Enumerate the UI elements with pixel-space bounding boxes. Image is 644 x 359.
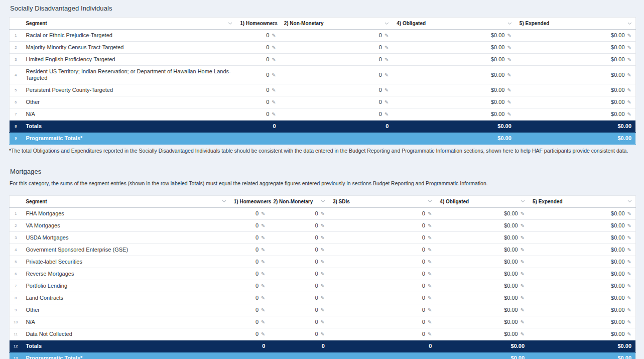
- editable-value-cell[interactable]: $0.00✎: [436, 207, 529, 219]
- editable-value-cell[interactable]: 0✎: [280, 42, 393, 54]
- edit-pencil-icon[interactable]: ✎: [261, 284, 265, 289]
- edit-pencil-icon[interactable]: ✎: [521, 211, 525, 216]
- edit-pencil-icon[interactable]: ✎: [261, 248, 265, 253]
- editable-value-cell[interactable]: $0.00✎: [529, 244, 635, 256]
- edit-pencil-icon[interactable]: ✎: [521, 260, 525, 265]
- editable-value-cell[interactable]: $0.00✎: [529, 328, 635, 340]
- edit-pencil-icon[interactable]: ✎: [627, 100, 631, 105]
- edit-pencil-icon[interactable]: ✎: [521, 223, 525, 228]
- editable-value-cell[interactable]: $0.00✎: [529, 316, 635, 328]
- edit-pencil-icon[interactable]: ✎: [627, 73, 631, 78]
- editable-value-cell[interactable]: 0✎: [230, 207, 270, 219]
- editable-value-cell[interactable]: 0✎: [329, 268, 436, 280]
- editable-value-cell[interactable]: $0.00✎: [529, 268, 635, 280]
- edit-pencil-icon[interactable]: ✎: [507, 45, 511, 50]
- edit-pencil-icon[interactable]: ✎: [384, 73, 389, 78]
- edit-pencil-icon[interactable]: ✎: [261, 235, 265, 241]
- editable-value-cell[interactable]: 0✎: [269, 292, 329, 304]
- edit-pencil-icon[interactable]: ✎: [521, 284, 525, 289]
- editable-value-cell[interactable]: 0✎: [230, 219, 270, 231]
- editable-value-cell[interactable]: 0✎: [269, 328, 329, 340]
- edit-pencil-icon[interactable]: ✎: [627, 33, 631, 38]
- edit-pencil-icon[interactable]: ✎: [384, 33, 389, 38]
- editable-value-cell[interactable]: $0.00✎: [516, 84, 636, 96]
- editable-value-cell[interactable]: $0.00✎: [393, 42, 516, 54]
- edit-pencil-icon[interactable]: ✎: [384, 45, 389, 50]
- editable-value-cell[interactable]: 0✎: [329, 304, 436, 316]
- edit-pencil-icon[interactable]: ✎: [428, 235, 432, 241]
- editable-value-cell[interactable]: $0.00✎: [436, 256, 529, 268]
- edit-pencil-icon[interactable]: ✎: [521, 235, 525, 241]
- edit-pencil-icon[interactable]: ✎: [627, 211, 631, 216]
- edit-pencil-icon[interactable]: ✎: [428, 211, 432, 216]
- column-header-segment[interactable]: Segment: [22, 195, 229, 207]
- editable-value-cell[interactable]: 0✎: [269, 256, 329, 268]
- editable-value-cell[interactable]: 0✎: [280, 54, 393, 66]
- edit-pencil-icon[interactable]: ✎: [272, 100, 276, 105]
- editable-value-cell[interactable]: 0✎: [236, 66, 280, 84]
- editable-value-cell[interactable]: $0.00✎: [393, 54, 516, 66]
- column-header-segment[interactable]: Segment: [22, 18, 236, 30]
- editable-value-cell[interactable]: $0.00✎: [436, 219, 529, 231]
- edit-pencil-icon[interactable]: ✎: [627, 235, 631, 241]
- edit-pencil-icon[interactable]: ✎: [507, 57, 511, 62]
- edit-pencil-icon[interactable]: ✎: [428, 248, 432, 253]
- editable-value-cell[interactable]: 0✎: [230, 328, 270, 340]
- editable-value-cell[interactable]: 0✎: [230, 231, 270, 244]
- edit-pencil-icon[interactable]: ✎: [627, 45, 631, 50]
- editable-value-cell[interactable]: 0✎: [269, 280, 329, 292]
- edit-pencil-icon[interactable]: ✎: [321, 260, 325, 265]
- editable-value-cell[interactable]: 0✎: [269, 219, 329, 231]
- editable-value-cell[interactable]: 0✎: [269, 316, 329, 328]
- editable-value-cell[interactable]: $0.00✎: [436, 328, 529, 340]
- column-header-5[interactable]: 5) Expended: [529, 195, 635, 207]
- edit-pencil-icon[interactable]: ✎: [627, 223, 631, 228]
- editable-value-cell[interactable]: $0.00✎: [393, 108, 516, 121]
- editable-value-cell[interactable]: 0✎: [236, 42, 280, 54]
- editable-value-cell[interactable]: 0✎: [329, 328, 436, 340]
- edit-pencil-icon[interactable]: ✎: [507, 88, 511, 93]
- edit-pencil-icon[interactable]: ✎: [627, 248, 631, 253]
- editable-value-cell[interactable]: 0✎: [269, 231, 329, 244]
- column-header-4[interactable]: 4) Obligated: [436, 195, 529, 207]
- edit-pencil-icon[interactable]: ✎: [321, 235, 325, 241]
- edit-pencil-icon[interactable]: ✎: [428, 272, 432, 277]
- edit-pencil-icon[interactable]: ✎: [521, 332, 525, 337]
- edit-pencil-icon[interactable]: ✎: [321, 211, 325, 216]
- column-header-1[interactable]: 1) Homeowners: [236, 18, 280, 30]
- edit-pencil-icon[interactable]: ✎: [428, 332, 432, 337]
- editable-value-cell[interactable]: 0✎: [236, 30, 280, 42]
- editable-value-cell[interactable]: $0.00✎: [529, 304, 635, 316]
- edit-pencil-icon[interactable]: ✎: [521, 320, 525, 325]
- edit-pencil-icon[interactable]: ✎: [428, 296, 432, 301]
- edit-pencil-icon[interactable]: ✎: [272, 45, 276, 50]
- edit-pencil-icon[interactable]: ✎: [272, 73, 276, 78]
- editable-value-cell[interactable]: $0.00✎: [436, 231, 529, 244]
- edit-pencil-icon[interactable]: ✎: [428, 320, 432, 325]
- editable-value-cell[interactable]: $0.00✎: [393, 30, 516, 42]
- edit-pencil-icon[interactable]: ✎: [272, 33, 276, 38]
- editable-value-cell[interactable]: 0✎: [280, 84, 393, 96]
- editable-value-cell[interactable]: $0.00✎: [516, 30, 636, 42]
- editable-value-cell[interactable]: 0✎: [230, 280, 270, 292]
- editable-value-cell[interactable]: $0.00✎: [516, 42, 636, 54]
- editable-value-cell[interactable]: 0✎: [269, 244, 329, 256]
- column-header-2[interactable]: 2) Non-Monetary: [269, 195, 329, 207]
- edit-pencil-icon[interactable]: ✎: [507, 112, 511, 117]
- editable-value-cell[interactable]: $0.00✎: [516, 108, 636, 121]
- editable-value-cell[interactable]: 0✎: [329, 316, 436, 328]
- editable-value-cell[interactable]: $0.00✎: [393, 96, 516, 108]
- edit-pencil-icon[interactable]: ✎: [261, 332, 265, 337]
- edit-pencil-icon[interactable]: ✎: [521, 248, 525, 253]
- editable-value-cell[interactable]: 0✎: [236, 108, 280, 121]
- edit-pencil-icon[interactable]: ✎: [627, 57, 631, 62]
- edit-pencil-icon[interactable]: ✎: [321, 284, 325, 289]
- editable-value-cell[interactable]: 0✎: [280, 66, 393, 84]
- editable-value-cell[interactable]: 0✎: [329, 207, 436, 219]
- edit-pencil-icon[interactable]: ✎: [521, 272, 525, 277]
- editable-value-cell[interactable]: 0✎: [236, 96, 280, 108]
- editable-value-cell[interactable]: 0✎: [280, 96, 393, 108]
- edit-pencil-icon[interactable]: ✎: [428, 260, 432, 265]
- editable-value-cell[interactable]: 0✎: [329, 256, 436, 268]
- edit-pencil-icon[interactable]: ✎: [321, 248, 325, 253]
